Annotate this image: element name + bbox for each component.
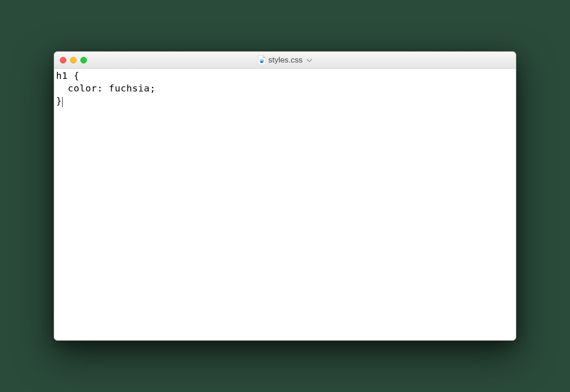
file-icon [258,56,265,65]
titlebar[interactable]: styles.css [54,52,516,69]
title-container[interactable]: styles.css [258,56,312,65]
text-editor[interactable]: h1 { color: fuchsia; } [54,69,516,340]
editor-window: styles.css h1 { color: fuchsia; } [54,51,516,341]
minimize-button[interactable] [70,57,77,63]
code-line: } [56,95,62,106]
maximize-button[interactable] [80,57,87,63]
code-line: color: fuchsia; [56,83,156,94]
traffic-lights [60,57,87,63]
chevron-down-icon[interactable] [306,56,312,64]
text-cursor [62,97,63,107]
code-line: h1 { [56,70,79,81]
close-button[interactable] [60,57,66,63]
window-title: styles.css [268,56,303,65]
